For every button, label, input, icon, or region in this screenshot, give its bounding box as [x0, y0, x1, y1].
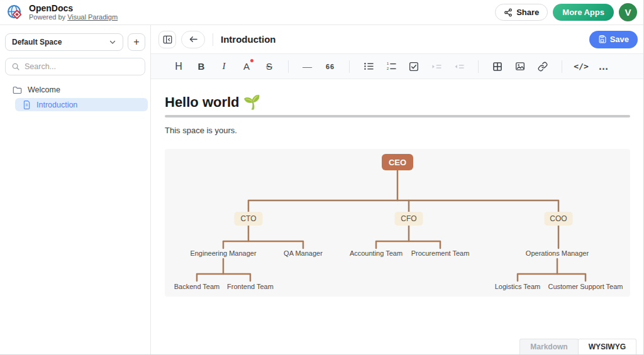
- heading-button[interactable]: H: [167, 54, 190, 79]
- tree-item-introduction[interactable]: Introduction: [15, 98, 148, 111]
- blockquote-button[interactable]: 66: [319, 54, 341, 79]
- font-color-button[interactable]: A: [235, 54, 258, 79]
- sidebar: Default Space + W: [0, 25, 151, 354]
- org-connector: [248, 200, 558, 212]
- org-connector: [223, 241, 303, 248]
- font-color-glyph: A: [243, 61, 250, 72]
- org-node-qa-mgr-label: QA Manager: [284, 249, 323, 257]
- tab-wysiwyg[interactable]: WYSIWYG: [578, 339, 636, 354]
- search-input[interactable]: [25, 62, 139, 71]
- space-selector[interactable]: Default Space: [5, 33, 123, 51]
- formatting-toolbar: H B I A S — 66: [151, 54, 644, 79]
- svg-text:1: 1: [387, 62, 389, 65]
- outdent-button[interactable]: [448, 54, 470, 79]
- divider: [213, 33, 213, 46]
- divider: [562, 60, 562, 73]
- add-page-button[interactable]: +: [128, 33, 145, 51]
- org-connector: [518, 274, 586, 281]
- indent-button[interactable]: [425, 54, 448, 79]
- tree-item-welcome[interactable]: Welcome: [0, 84, 150, 96]
- org-node-eng-mgr-label: Engineering Manager: [190, 249, 257, 257]
- save-label: Save: [610, 35, 629, 44]
- editor-mode-tabs: Markdown WYSIWYG: [519, 339, 636, 354]
- org-connector: [376, 241, 440, 248]
- main-panel: Introduction Save H B I A S: [151, 25, 644, 354]
- org-node-support-label: Customer Support Team: [548, 283, 623, 290]
- back-arrow-icon: [189, 35, 198, 43]
- divider: [478, 60, 479, 73]
- org-node-cto-label: CTO: [240, 214, 256, 223]
- org-node-ops-mgr-label: Operations Manager: [526, 249, 589, 257]
- sidebar-toggle-icon: [163, 35, 172, 44]
- document-icon: [23, 101, 31, 109]
- share-label: Share: [516, 8, 539, 17]
- folder-icon: [13, 86, 22, 94]
- outdent-icon: [454, 62, 465, 71]
- share-button[interactable]: Share: [495, 4, 548, 21]
- table-icon: [492, 62, 502, 72]
- link-icon: [538, 62, 548, 72]
- svg-text:2: 2: [387, 67, 389, 70]
- table-button[interactable]: [486, 54, 509, 79]
- task-list-button[interactable]: [402, 54, 425, 79]
- editor-content[interactable]: Hello world 🌱 This space is yours.: [151, 79, 644, 354]
- numbered-list-icon: 1 2: [386, 62, 397, 71]
- org-node-cfo-label: CFO: [401, 214, 416, 223]
- org-node-frontend-label: Frontend Team: [227, 283, 274, 290]
- brand: OpenDocs Powered by Visual Paradigm: [6, 4, 118, 21]
- search-icon: [11, 62, 20, 71]
- space-selector-value: Default Space: [12, 38, 62, 46]
- powered-by-prefix: Powered by: [29, 13, 65, 21]
- opendocs-logo-icon: [6, 4, 24, 21]
- brand-text: OpenDocs Powered by Visual Paradigm: [29, 4, 118, 21]
- document-title: Introduction: [221, 34, 275, 45]
- save-button[interactable]: Save: [589, 31, 638, 48]
- space-row: Default Space +: [0, 33, 150, 51]
- color-dot: [250, 59, 253, 62]
- opendocs-window: OpenDocs Powered by Visual Paradigm Shar…: [0, 0, 644, 355]
- org-chart-svg: CEO CTO CFO COO Engineering Manager QA M…: [165, 149, 630, 297]
- org-node-accounting-label: Accounting Team: [350, 249, 402, 257]
- header-actions: Share More Apps V: [495, 3, 637, 21]
- divider: [349, 60, 350, 73]
- tab-markdown[interactable]: Markdown: [519, 339, 578, 354]
- more-apps-button[interactable]: More Apps: [553, 4, 614, 21]
- heading-rule: [165, 115, 630, 117]
- tree-item-label: Welcome: [28, 85, 60, 94]
- org-node-logistics-label: Logistics Team: [495, 283, 541, 290]
- bullet-list-button[interactable]: [357, 54, 380, 79]
- document-heading: Hello world 🌱: [165, 94, 630, 111]
- code-block-button[interactable]: </>: [570, 54, 592, 79]
- org-connector: [197, 274, 250, 281]
- back-button[interactable]: [181, 31, 205, 48]
- app-name: OpenDocs: [29, 4, 118, 13]
- org-node-ceo-label: CEO: [389, 158, 406, 167]
- link-button[interactable]: [531, 54, 554, 79]
- toggle-sidebar-button[interactable]: [158, 31, 176, 48]
- user-avatar[interactable]: V: [619, 3, 637, 21]
- org-node-coo-label: COO: [550, 214, 567, 223]
- bold-button[interactable]: B: [190, 54, 213, 79]
- app-header: OpenDocs Powered by Visual Paradigm Shar…: [0, 0, 643, 25]
- org-node-backend-label: Backend Team: [174, 283, 220, 290]
- search-box[interactable]: [5, 58, 145, 75]
- italic-button[interactable]: I: [213, 54, 235, 79]
- image-button[interactable]: [509, 54, 531, 79]
- more-options-button[interactable]: …: [592, 54, 615, 79]
- org-chart[interactable]: CEO CTO CFO COO Engineering Manager QA M…: [165, 149, 630, 297]
- page-tree: Welcome Introduction: [0, 84, 150, 111]
- document-titlebar: Introduction Save: [151, 25, 644, 54]
- numbered-list-button[interactable]: 1 2: [380, 54, 402, 79]
- strikethrough-button[interactable]: S: [258, 54, 280, 79]
- task-list-icon: [409, 62, 419, 72]
- save-icon: [598, 35, 606, 43]
- document-paragraph: This space is yours.: [165, 126, 630, 135]
- horizontal-rule-button[interactable]: —: [296, 54, 319, 79]
- image-icon: [515, 62, 525, 71]
- tree-item-label: Introduction: [36, 101, 77, 109]
- org-node-procurement-label: Procurement Team: [411, 249, 470, 257]
- divider: [288, 60, 289, 73]
- bullet-list-icon: [364, 62, 374, 71]
- powered-by: Powered by Visual Paradigm: [29, 13, 118, 21]
- visual-paradigm-link[interactable]: Visual Paradigm: [67, 13, 118, 21]
